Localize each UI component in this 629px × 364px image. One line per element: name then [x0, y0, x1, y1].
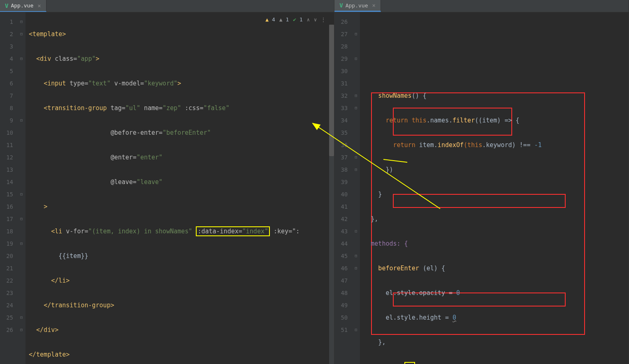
- left-tab-bar: V App.vue ×: [0, 0, 334, 12]
- tab-app-vue-left[interactable]: V App.vue ×: [0, 0, 46, 12]
- left-gutter[interactable]: 1234567891011121314151617181920212223242…: [0, 12, 17, 364]
- scrollbar-thumb[interactable]: [329, 25, 334, 156]
- right-gutter[interactable]: 2627282930313233343536373839404142434445…: [334, 12, 352, 364]
- tab-app-vue-right[interactable]: V App.vue ×: [334, 0, 381, 12]
- vue-icon: V: [339, 2, 343, 9]
- left-code-area[interactable]: ▲ 4 ▲ 1 ✔ 1 ∧ ∨ ⋮ 1234567891011121314151…: [0, 12, 334, 364]
- left-scrollbar[interactable]: [329, 25, 334, 364]
- nav-down-icon[interactable]: ∨: [314, 17, 317, 23]
- highlight-el-param: el: [404, 362, 415, 364]
- right-fold-column[interactable]: ⊟⊡⊟⊟⊟⊟⊡⊟⊟⊡: [352, 12, 360, 364]
- right-code-content[interactable]: showNames() { return this.names.filter((…: [360, 12, 629, 364]
- weak-warning-indicator[interactable]: ▲ 1: [279, 16, 289, 23]
- vue-icon: V: [5, 2, 8, 9]
- close-icon[interactable]: ×: [372, 2, 375, 9]
- warning-indicator[interactable]: ▲ 4: [265, 16, 275, 23]
- pass-indicator[interactable]: ✔ 1: [293, 16, 302, 23]
- highlight-data-index: :data-index="index": [196, 226, 270, 236]
- tab-label: App.vue: [11, 2, 33, 9]
- fold-column[interactable]: ⊟⊟⊟⊟⊟⊟⊟⊟⊟: [17, 12, 26, 364]
- left-code-content[interactable]: <template> <div class="app"> <input type…: [26, 12, 334, 364]
- nav-up-icon[interactable]: ∧: [307, 17, 310, 23]
- inspection-indicators: ▲ 4 ▲ 1 ✔ 1 ∧ ∨ ⋮: [265, 16, 326, 23]
- tab-label: App.vue: [346, 2, 368, 9]
- right-editor-pane: V App.vue × 2627282930313233343536373839…: [334, 0, 629, 364]
- left-editor-pane: V App.vue × ▲ 4 ▲ 1 ✔ 1 ∧ ∨ ⋮ 1234567891…: [0, 0, 334, 364]
- editor-split-container: V App.vue × ▲ 4 ▲ 1 ✔ 1 ∧ ∨ ⋮ 1234567891…: [0, 0, 629, 364]
- more-icon[interactable]: ⋮: [321, 17, 326, 23]
- close-icon[interactable]: ×: [37, 2, 41, 9]
- right-code-area[interactable]: 2627282930313233343536373839404142434445…: [334, 12, 629, 364]
- right-tab-bar: V App.vue ×: [334, 0, 629, 12]
